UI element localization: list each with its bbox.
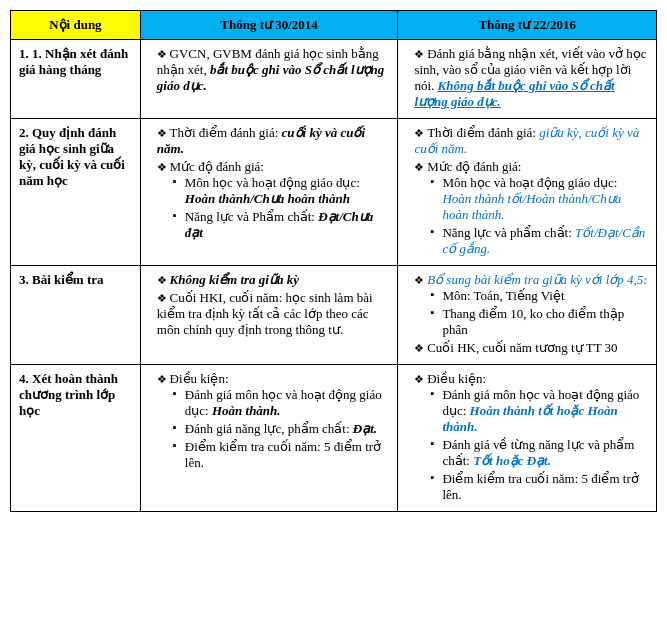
- list-item: Bổ sung bài kiểm tra giữa kỳ với lớp 4,5…: [410, 272, 648, 338]
- row2-tt22: Thời điểm đánh giá: giữa kỳ, cuối kỳ và …: [398, 119, 657, 266]
- list-item: Môn: Toán, Tiếng Việt: [430, 288, 648, 304]
- row4-tt30: Điều kiện: Đánh giá môn học và hoạt động…: [140, 365, 398, 512]
- table-row: 3. Bài kiểm tra Không kiểm tra giữa kỳ C…: [11, 266, 657, 365]
- list-item: Không kiểm tra giữa kỳ: [153, 272, 390, 288]
- table-row: 2. Quy định đánh giá học sinh giữa kỳ, c…: [11, 119, 657, 266]
- list-item: Cuối HKI, cuối năm: học sinh làm bài kiể…: [153, 290, 390, 338]
- list-item: GVCN, GVBM đánh giá học sinh bằng nhận x…: [153, 46, 390, 94]
- row1-noidung: 1. 1. Nhận xét đánh giá hàng tháng: [11, 40, 141, 119]
- row1-tt22: Đánh giá bằng nhận xét, viết vào vở học …: [398, 40, 657, 119]
- list-item: Mức độ đánh giá: Môn học và hoạt động gi…: [410, 159, 648, 257]
- list-item: Năng lực và phẩm chất: Tốt/Đạt/Cần cố gắ…: [430, 225, 648, 257]
- row2-noidung: 2. Quy định đánh giá học sinh giữa kỳ, c…: [11, 119, 141, 266]
- row4-noidung: 4. Xét hoàn thành chương trình lớp học: [11, 365, 141, 512]
- row3-noidung: 3. Bài kiểm tra: [11, 266, 141, 365]
- list-item: Cuối HK, cuối năm tương tự TT 30: [410, 340, 648, 356]
- header-noidung: Nội dung: [11, 11, 141, 40]
- list-item: Thời điểm đánh giá: giữa kỳ, cuối kỳ và …: [410, 125, 648, 157]
- list-item: Năng lực và Phẩm chất: Đạt/Chưa đạt: [173, 209, 390, 241]
- list-item: Đánh giá môn học và hoạt động giáo dục: …: [430, 387, 648, 435]
- list-item: Môn học và hoạt động giáo dục: Hoàn thàn…: [430, 175, 648, 223]
- header-tt30: Thông tư 30/2014: [140, 11, 398, 40]
- list-item: Đánh giá năng lực, phẩm chất: Đạt.: [173, 421, 390, 437]
- row1-tt30: GVCN, GVBM đánh giá học sinh bằng nhận x…: [140, 40, 398, 119]
- comparison-table: Nội dung Thông tư 30/2014 Thông tư 22/20…: [10, 10, 657, 512]
- list-item: Điều kiện: Đánh giá môn học và hoạt động…: [153, 371, 390, 471]
- list-item: Điểm kiểm tra cuối năm: 5 điểm trở lên.: [173, 439, 390, 471]
- list-item: Mức độ đánh giá: Môn học và hoạt động gi…: [153, 159, 390, 241]
- list-item: Thời điểm đánh giá: cuối kỳ và cuối năm.: [153, 125, 390, 157]
- list-item: Đánh giá về từng năng lực và phẩm chất: …: [430, 437, 648, 469]
- row3-tt22: Bổ sung bài kiểm tra giữa kỳ với lớp 4,5…: [398, 266, 657, 365]
- list-item: Đánh giá môn học và hoạt động giáo dục: …: [173, 387, 390, 419]
- list-item: Thang điểm 10, ko cho điểm thập phân: [430, 306, 648, 338]
- list-item: Môn học và hoạt động giáo dục: Hoàn thàn…: [173, 175, 390, 207]
- header-tt22: Thông tư 22/2016: [398, 11, 657, 40]
- row3-tt30: Không kiểm tra giữa kỳ Cuối HKI, cuối nă…: [140, 266, 398, 365]
- list-item: Đánh giá bằng nhận xét, viết vào vở học …: [410, 46, 648, 110]
- list-item: Điều kiện: Đánh giá môn học và hoạt động…: [410, 371, 648, 503]
- table-row: 1. 1. Nhận xét đánh giá hàng tháng GVCN,…: [11, 40, 657, 119]
- row2-tt30: Thời điểm đánh giá: cuối kỳ và cuối năm.…: [140, 119, 398, 266]
- list-item: Điểm kiểm tra cuối năm: 5 điểm trở lên.: [430, 471, 648, 503]
- table-row: 4. Xét hoàn thành chương trình lớp học Đ…: [11, 365, 657, 512]
- row4-tt22: Điều kiện: Đánh giá môn học và hoạt động…: [398, 365, 657, 512]
